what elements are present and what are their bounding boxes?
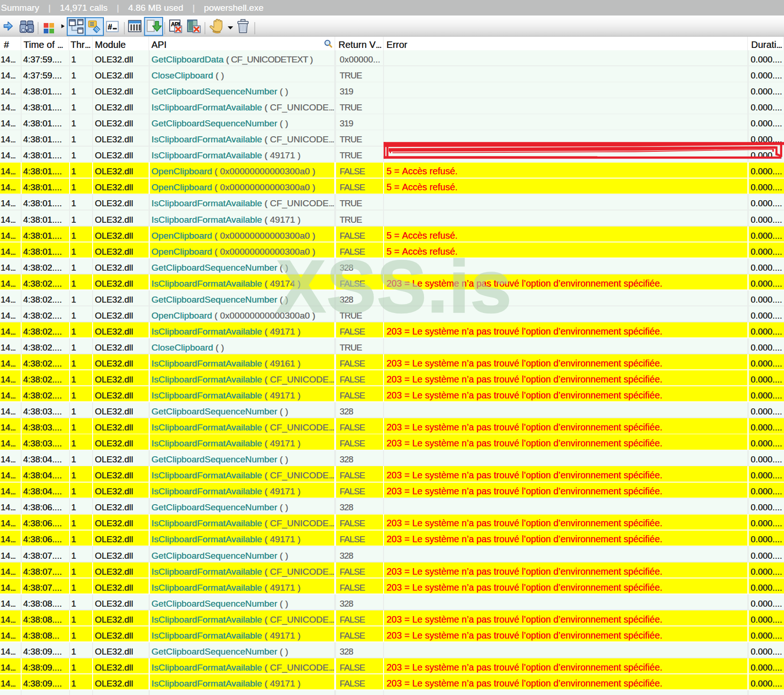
svg-text:XSS.is: XSS.is: [276, 245, 513, 328]
